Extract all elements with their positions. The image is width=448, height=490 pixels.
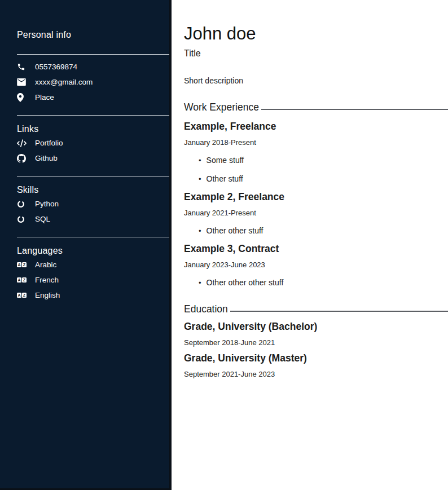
language-icon [17,277,27,282]
language-icon [17,262,27,267]
circle-icon [17,215,27,223]
bullet-item: Other stuff [199,174,448,184]
code-icon [17,139,27,147]
sidebar-divider [17,54,169,55]
sidebar-divider [17,176,169,176]
skill-sql-label: SQL [35,215,50,223]
sidebar-divider [17,115,169,116]
bullet-item: Other other stuff [199,226,448,236]
languages-list: Arabic French English [0,257,169,303]
contact-phone-value: 0557369874 [35,63,77,71]
envelope-icon [17,78,27,86]
work-experience-section-head: Work Experience [184,101,448,113]
language-item-english: English [0,288,169,303]
contact-place-value: Place [35,93,54,101]
section-rule [261,109,448,110]
bullet-list: Other other stuff [184,226,448,236]
bullet-list: Other other other stuff [184,278,448,288]
entry-title: Example, Freelance [184,121,448,132]
link-item-portfolio[interactable]: Portfolio [0,135,169,151]
work-experience-heading: Work Experience [184,101,259,113]
entry-title: Example 3, Contract [184,243,448,254]
location-pin-icon [17,93,27,102]
link-item-github[interactable]: Github [0,151,169,166]
phone-icon [17,63,27,71]
contact-email-value: xxxx@gmail.com [35,78,93,86]
language-item-arabic: Arabic [0,257,169,272]
entry-dates: January 2021-Present [184,209,448,217]
bullet-item: Other other other stuff [199,278,448,288]
link-portfolio-label: Portfolio [35,139,63,147]
contact-list: 0557369874 xxxx@gmail.com Place [0,59,169,105]
circle-icon [17,200,27,208]
language-icon [17,293,27,298]
link-github-label: Github [35,154,58,162]
contact-item-place: Place [0,90,169,105]
education-heading: Education [184,303,228,315]
github-icon [17,154,27,163]
entry-dates: January 2023-June 2023 [184,261,448,269]
skill-python-label: Python [35,200,59,208]
language-arabic-label: Arabic [35,261,56,269]
education-entry: Grade, University (Bachelor) September 2… [184,321,448,347]
contact-item-phone: 0557369874 [0,59,169,74]
skill-item-python: Python [0,196,169,211]
skills-heading: Skills [0,184,169,195]
resume-main: John doe Title Short description Work Ex… [172,0,448,490]
links-heading: Links [0,123,169,134]
work-entry: Example, Freelance January 2018-Present … [184,121,448,184]
education-entry: Grade, University (Master) September 202… [184,352,448,378]
languages-heading: Languages [0,245,169,256]
education-section-head: Education [184,303,448,315]
sidebar: Personal info 0557369874 xxxx@gmail.com … [0,0,172,490]
entry-title: Grade, University (Bachelor) [184,321,448,332]
work-entry: Example 2, Freelance January 2021-Presen… [184,191,448,236]
entry-title: Grade, University (Master) [184,352,448,364]
work-entry: Example 3, Contract January 2023-June 20… [184,243,448,288]
entry-dates: September 2018-June 2021 [184,338,448,347]
links-list: Portfolio Github [0,135,169,166]
language-french-label: French [35,276,59,284]
sidebar-divider [17,237,169,237]
section-rule [230,311,448,312]
contact-item-email: xxxx@gmail.com [0,74,169,90]
language-item-french: French [0,272,169,288]
bullet-list: Some stuff Other stuff [184,156,448,184]
entry-title: Example 2, Freelance [184,191,448,202]
resume-description: Short description [184,76,448,86]
entry-dates: January 2018-Present [184,138,448,147]
resume-title: Title [184,48,448,59]
resume-name: John doe [184,24,448,44]
personal-info-heading: Personal info [0,29,169,40]
bullet-item: Some stuff [199,156,448,165]
entry-dates: September 2021-June 2023 [184,370,448,378]
language-english-label: English [35,291,60,299]
skills-list: Python SQL [0,196,169,227]
skill-item-sql: SQL [0,211,169,227]
